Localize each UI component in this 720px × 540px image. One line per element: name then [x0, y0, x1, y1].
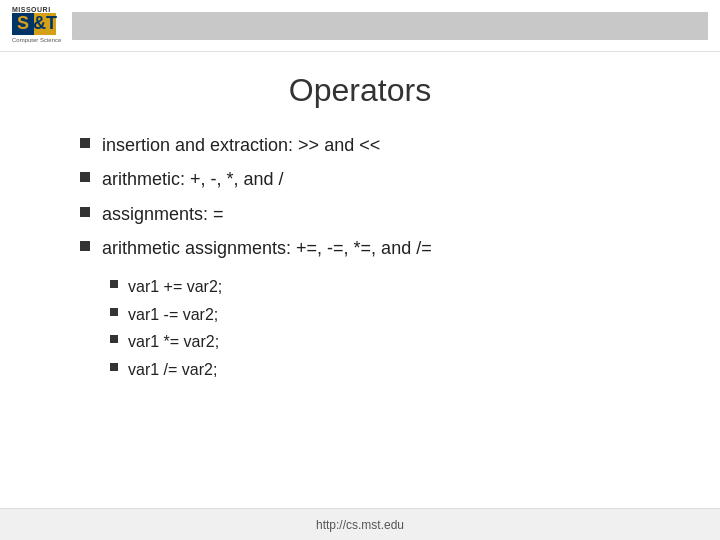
logo-s-letter: S: [12, 13, 34, 35]
sub-bullet-text: var1 += var2;: [128, 276, 222, 298]
bullet-icon: [80, 172, 90, 182]
sub-bullet-text: var1 /= var2;: [128, 359, 217, 381]
sub-bullet-text: var1 *= var2;: [128, 331, 219, 353]
bullet-list: insertion and extraction: >> and << arit…: [80, 133, 660, 260]
sub-bullet-icon: [110, 308, 118, 316]
list-item: var1 -= var2;: [110, 304, 660, 326]
list-item: var1 /= var2;: [110, 359, 660, 381]
sub-bullet-list: var1 += var2; var1 -= var2; var1 *= var2…: [110, 276, 660, 380]
slide-title: Operators: [60, 72, 660, 109]
sub-bullet-icon: [110, 280, 118, 288]
header-bar: MISSOURI S &T Computer Science: [0, 0, 720, 52]
logo-subtitle: Computer Science: [12, 37, 61, 43]
main-content: Operators insertion and extraction: >> a…: [0, 52, 720, 397]
bullet-text: insertion and extraction: >> and <<: [102, 133, 380, 157]
sub-bullet-icon: [110, 363, 118, 371]
logo-area: MISSOURI S &T Computer Science: [12, 6, 62, 46]
logo-box: MISSOURI S &T Computer Science: [12, 6, 62, 46]
list-item: var1 += var2;: [110, 276, 660, 298]
footer: http://cs.mst.edu: [0, 508, 720, 540]
bullet-icon: [80, 241, 90, 251]
bullet-icon: [80, 138, 90, 148]
bullet-text: arithmetic: +, -, *, and /: [102, 167, 284, 191]
bullet-text: assignments: =: [102, 202, 224, 226]
list-item: arithmetic: +, -, *, and /: [80, 167, 660, 191]
logo-t-letter: &T: [34, 13, 56, 35]
bullet-icon: [80, 207, 90, 217]
list-item: insertion and extraction: >> and <<: [80, 133, 660, 157]
list-item: arithmetic assignments: +=, -=, *=, and …: [80, 236, 660, 260]
header-right-bar: [72, 12, 708, 40]
sub-bullet-text: var1 -= var2;: [128, 304, 218, 326]
logo-st: S &T: [12, 13, 56, 35]
logo-missouri-text: MISSOURI: [12, 6, 51, 13]
bullet-text: arithmetic assignments: +=, -=, *=, and …: [102, 236, 432, 260]
list-item: var1 *= var2;: [110, 331, 660, 353]
footer-url: http://cs.mst.edu: [316, 518, 404, 532]
list-item: assignments: =: [80, 202, 660, 226]
sub-bullet-icon: [110, 335, 118, 343]
